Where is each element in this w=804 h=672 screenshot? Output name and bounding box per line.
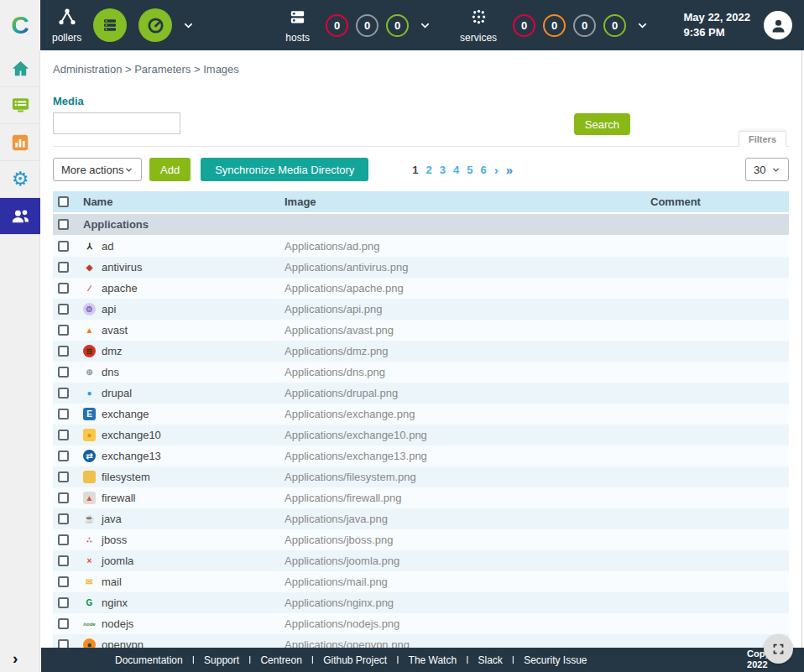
row-checkbox[interactable] [58,409,69,419]
service-status-counter[interactable]: 0 [513,14,535,37]
column-header-comment[interactable]: Comment [650,195,789,208]
row-name-cell[interactable]: ▲avast [83,324,285,336]
row-checkbox[interactable] [58,618,69,629]
host-status-counter[interactable]: 0 [356,14,379,37]
row-checkbox[interactable] [58,241,69,252]
row-name-cell[interactable]: ⇄exchange13 [83,450,285,462]
row-checkbox[interactable] [58,304,69,315]
sidebar-item-home[interactable] [0,50,40,87]
sidebar-item-configuration[interactable]: ⚙ [0,161,40,198]
row-checkbox[interactable] [58,513,69,524]
row-checkbox[interactable] [58,576,69,587]
service-status-counter[interactable]: 0 [573,14,596,37]
row-image-path: Applications/exchange13.png [285,450,650,462]
footer-link-slack[interactable]: Slack [478,654,502,666]
row-checkbox[interactable] [58,367,69,378]
user-avatar[interactable] [764,11,792,39]
filters-tab[interactable]: Filters [739,131,786,147]
row-name-cell[interactable]: Eexchange [83,408,285,420]
pagination-page[interactable]: 4 [453,164,459,176]
table-row: ✉mailApplications/mail.png [53,571,789,592]
hosts-chevron-down-icon[interactable] [419,19,431,32]
fullscreen-button[interactable] [764,634,793,664]
row-name-cell[interactable]: ∴jboss [83,534,285,546]
sidebar-item-monitoring[interactable] [0,87,40,124]
row-name-cell[interactable]: ⊕dns [83,366,285,378]
row-checkbox[interactable] [58,471,69,482]
search-button[interactable]: Search [574,113,630,135]
row-checkbox[interactable] [58,555,69,566]
row-checkbox[interactable] [58,451,69,461]
page-size-select[interactable]: 30 [745,158,789,181]
pollers-group: pollers [52,7,195,44]
footer-link-the-watch[interactable]: The Watch [409,654,457,666]
table-row: nodenodejsApplications/nodejs.png [53,613,789,634]
synchronize-media-button[interactable]: Synchronize Media Directory [201,158,368,181]
row-name-cell[interactable]: ☕java [83,513,285,525]
sidebar-item-administration[interactable] [0,198,40,235]
row-name-label: api [102,303,116,315]
media-search-input[interactable] [53,112,180,134]
row-checkbox[interactable] [58,430,69,440]
add-button[interactable]: Add [149,158,191,181]
pollers-chevron-down-icon[interactable] [182,19,195,32]
more-actions-select[interactable]: More actions [53,158,142,181]
select-all-checkbox[interactable] [58,196,69,207]
host-status-counter[interactable]: 0 [386,14,409,37]
services-chevron-down-icon[interactable] [636,19,649,32]
row-name-cell[interactable]: ●openvpn [83,638,285,648]
sidebar-expand-chevron[interactable]: › [13,649,18,668]
row-name-cell[interactable]: filesystem [83,471,285,483]
row-name-cell[interactable]: ●exchange10 [83,429,285,441]
row-name-cell[interactable]: ◆antivirus [83,261,285,273]
service-status-counter[interactable]: 0 [603,14,626,37]
pagination-page[interactable]: 6 [481,164,487,176]
row-name-cell[interactable]: ∕apache [83,282,285,294]
pagination-next-icon[interactable]: › [494,163,499,177]
row-name-cell[interactable]: Gnginx [83,596,285,609]
pagination-page[interactable]: 2 [426,164,432,176]
footer-link-github-project[interactable]: Github Project [323,654,387,666]
row-name-cell[interactable]: ●drupal [83,387,285,399]
footer-link-security-issue[interactable]: Security Issue [524,654,587,666]
scrollbar-edge[interactable] [801,50,802,648]
pollers-menu[interactable]: pollers [52,7,81,44]
service-status-counter[interactable]: 0 [543,14,566,37]
row-checkbox[interactable] [58,639,69,648]
row-checkbox[interactable] [58,325,69,336]
poller-latency-gauge-icon[interactable] [138,8,172,42]
pagination-last-icon[interactable]: » [506,163,513,177]
row-name-cell[interactable]: ⅄ad [83,240,285,253]
pagination-page[interactable]: 3 [440,164,446,176]
poller-servers-status-icon[interactable] [93,8,127,42]
row-name-cell[interactable]: ≣dmz [83,345,285,357]
row-checkbox[interactable] [58,262,69,273]
host-status-counter[interactable]: 0 [326,14,348,37]
row-name-cell[interactable]: ⚙api [83,303,285,315]
group-checkbox[interactable] [58,219,69,230]
pagination-page[interactable]: 5 [467,164,472,176]
footer-link-centreon[interactable]: Centreon [260,654,301,666]
column-header-name[interactable]: Name [83,195,285,208]
footer-link-documentation[interactable]: Documentation [115,654,183,666]
footer-link-support[interactable]: Support [204,654,239,666]
row-checkbox[interactable] [58,283,69,294]
row-name-cell[interactable]: ✉mail [83,576,285,588]
breadcrumb[interactable]: Administration > Parameters > Images [53,50,789,76]
row-name-cell[interactable]: ▲firewall [83,492,285,504]
column-header-image[interactable]: Image [285,195,650,208]
centreon-logo[interactable]: C [0,0,40,50]
row-checkbox[interactable] [58,388,69,399]
row-name-cell[interactable]: ×joomla [83,555,285,567]
row-checkbox[interactable] [58,492,69,503]
services-menu[interactable]: services [460,8,497,44]
row-name-label: nginx [102,596,128,609]
hosts-menu[interactable]: hosts [285,8,310,44]
row-checkbox[interactable] [58,534,69,545]
row-checkbox[interactable] [58,346,69,357]
row-image-path: Applications/mail.png [285,576,650,588]
row-checkbox[interactable] [58,597,69,608]
sidebar-item-reporting[interactable] [0,124,40,161]
table-row: ▲firewallApplications/firewall.png [53,487,789,508]
row-name-cell[interactable]: nodenodejs [83,617,285,630]
